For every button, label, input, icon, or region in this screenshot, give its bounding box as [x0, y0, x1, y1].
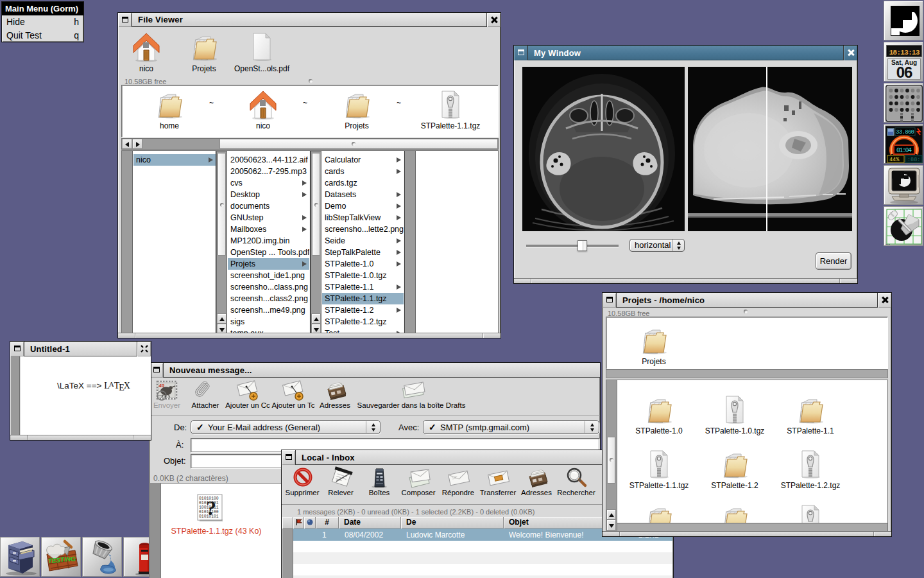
svg-text:44%: 44% — [889, 157, 900, 163]
svg-text:01:04: 01:04 — [896, 147, 912, 154]
svg-text:33.860: 33.860 — [896, 129, 914, 136]
svg-text:40: 40 — [158, 383, 165, 389]
svg-text::88:: :88: — [907, 157, 920, 163]
svg-text:?: ? — [206, 496, 216, 520]
